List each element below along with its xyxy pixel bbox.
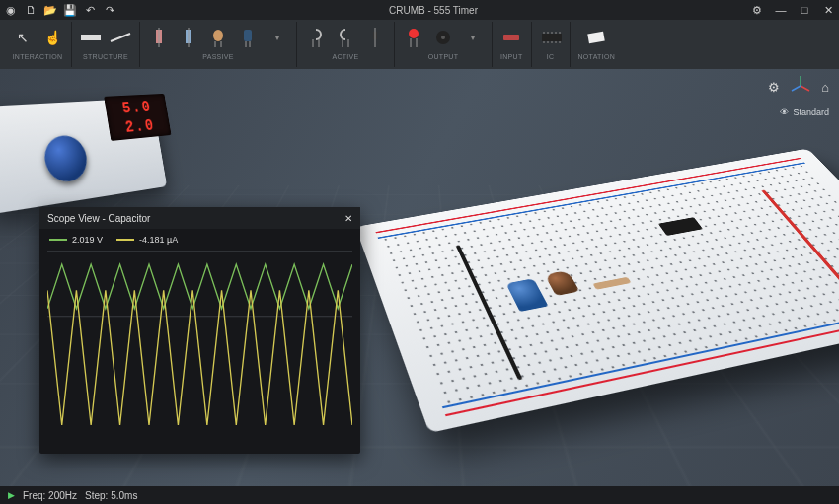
ribbon-label: ACTIVE [332, 53, 358, 60]
legend-label: 2.019 V [72, 235, 103, 245]
viewport-overlay-buttons: ⚙ ⌂ 👁 Standard [768, 75, 829, 117]
open-file-icon[interactable]: 📂 [43, 3, 57, 17]
svg-line-37 [801, 86, 809, 91]
psu-knob[interactable] [41, 134, 90, 184]
ribbon-group-input: INPUT [493, 22, 532, 67]
legend-entry-voltage: 2.019 V [49, 235, 103, 245]
ribbon-group-active: ACTIVE [297, 22, 395, 67]
buzzer-icon[interactable] [432, 27, 454, 48]
wire-icon[interactable] [110, 27, 131, 48]
maximize-icon[interactable]: □ [798, 3, 811, 17]
legend-swatch [49, 239, 67, 241]
psu-readout-current: 2.0 [124, 115, 156, 136]
svg-point-18 [409, 29, 419, 38]
undo-icon[interactable]: ↶ [83, 3, 97, 17]
ribbon-group-output: ▾ OUTPUT [395, 22, 493, 67]
ribbon-group-passive: ▾ PASSIVE [140, 22, 297, 67]
hand-icon[interactable]: ☝ [41, 27, 63, 48]
ribbon-label: PASSIVE [202, 53, 234, 60]
status-bar: ▶ Freq: 200Hz Step: 5.0ms [0, 486, 839, 504]
capacitor-icon[interactable] [207, 27, 229, 48]
chevron-down-icon[interactable]: ▾ [267, 27, 288, 48]
scope-panel[interactable]: Scope View - Capacitor ✕ 2.019 V -4.181 … [39, 207, 360, 454]
ribbon-label: INTERACTION [13, 53, 63, 60]
status-frequency: Freq: 200Hz [23, 490, 77, 501]
redo-icon[interactable]: ↷ [103, 3, 116, 17]
resistor-icon[interactable] [148, 27, 170, 48]
cursor-icon[interactable]: ↖ [12, 27, 34, 48]
chevron-down-icon[interactable]: ▾ [462, 27, 484, 48]
svg-rect-23 [503, 35, 519, 40]
electrolytic-icon[interactable] [237, 27, 259, 48]
legend-swatch [116, 239, 134, 241]
viewport-settings-icon[interactable]: ⚙ [768, 80, 780, 95]
ribbon-group-interaction: ↖ ☝ INTERACTION [4, 22, 72, 67]
scope-close-icon[interactable]: ✕ [344, 213, 352, 224]
scope-plot-area [47, 251, 352, 446]
ribbon-label: INPUT [500, 53, 523, 60]
label-icon[interactable] [585, 27, 607, 48]
minimize-icon[interactable]: — [774, 3, 788, 17]
scope-svg [47, 252, 352, 446]
save-icon[interactable]: 💾 [63, 3, 77, 17]
transistor2-icon[interactable] [335, 27, 356, 48]
diode-icon[interactable] [364, 27, 386, 48]
psu-display: 5.0 2.0 [104, 94, 171, 141]
svg-point-22 [441, 36, 445, 39]
legend-label: -4.181 µA [139, 235, 178, 245]
ribbon-label: NOTATION [578, 53, 616, 60]
axis-gizmo-icon[interactable] [790, 75, 811, 100]
titlebar: ◉ 🗋 📂 💾 ↶ ↷ CRUMB - 555 Timer ⚙ — □ ✕ [0, 0, 839, 20]
view-mode-toggle[interactable]: 👁 Standard [780, 108, 829, 117]
svg-rect-35 [588, 32, 605, 44]
eye-icon: 👁 [780, 108, 789, 117]
resistor2-icon[interactable] [178, 27, 199, 48]
led-icon[interactable] [403, 27, 424, 48]
settings-gear-icon[interactable]: ⚙ [750, 3, 764, 17]
ribbon-group-structure: STRUCTURE [72, 22, 140, 67]
status-step: Step: 5.0ms [85, 490, 137, 501]
play-icon[interactable]: ▶ [8, 490, 15, 500]
svg-point-6 [213, 30, 223, 41]
app-icon: ◉ [4, 3, 18, 17]
scope-title-text: Scope View - Capacitor [47, 213, 150, 224]
power-supply[interactable]: 5.0 2.0 [0, 69, 235, 230]
new-file-icon[interactable]: 🗋 [24, 3, 38, 17]
viewport-3d[interactable]: ⚙ ⌂ 👁 Standard 5.0 2.0 [0, 69, 839, 486]
ribbon-toolbar: ↖ ☝ INTERACTION STRUCTURE ▾ PASSIVE ACTI… [0, 20, 839, 69]
scope-titlebar[interactable]: Scope View - Capacitor ✕ [39, 207, 360, 229]
svg-rect-24 [542, 34, 562, 41]
switch-icon[interactable] [500, 27, 522, 48]
ic-chip-icon[interactable] [540, 27, 562, 48]
close-icon[interactable]: ✕ [821, 3, 835, 17]
breadboard-icon[interactable] [80, 27, 102, 48]
ribbon-group-notation: NOTATION [571, 22, 624, 67]
scope-legend: 2.019 V -4.181 µA [39, 229, 360, 251]
svg-line-1 [111, 34, 130, 41]
svg-line-38 [792, 86, 801, 91]
psu-readout-voltage: 5.0 [120, 98, 152, 117]
transistor-icon[interactable] [305, 27, 327, 48]
window-title: CRUMB - 555 Timer [116, 5, 750, 16]
psu-chassis: 5.0 2.0 [0, 98, 167, 214]
svg-rect-0 [81, 35, 101, 40]
ribbon-label: IC [547, 53, 555, 60]
legend-entry-current: -4.181 µA [116, 235, 178, 245]
view-mode-label: Standard [793, 108, 829, 117]
ribbon-label: OUTPUT [428, 53, 459, 60]
ribbon-group-ic: IC [532, 22, 571, 67]
home-icon[interactable]: ⌂ [821, 80, 829, 95]
svg-rect-9 [244, 30, 252, 41]
ribbon-label: STRUCTURE [83, 53, 128, 60]
